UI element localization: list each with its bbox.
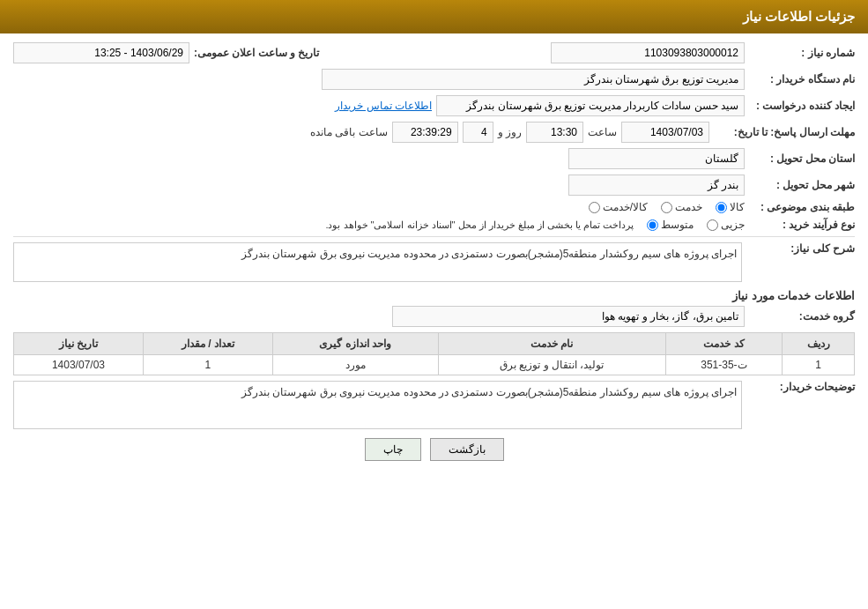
sharh-section: شرح کلی نیاز: اجرای پروژه های سیم روکشدا…	[13, 242, 855, 282]
tamas-khardar-link[interactable]: اطلاعات تماس خریدار	[335, 100, 432, 112]
mohlat-remaining-input[interactable]	[392, 122, 458, 143]
shomara-niaz-label: شماره نیاز :	[749, 47, 855, 59]
radio-khedmat-item: خدمت	[661, 201, 702, 213]
grooh-khedmat-input[interactable]	[392, 306, 745, 327]
table-body: 1ت-35-351تولید، انتقال و توزیع برقمورد11…	[14, 355, 855, 375]
radio-mottaset-item: متوسط	[647, 219, 694, 231]
ijad-konande-label: ایجاد کننده درخواست :	[749, 100, 855, 112]
nooe-farayand-row: نوع فرآیند خرید : جزیی متوسط پرداخت تمام…	[13, 219, 855, 231]
ijad-konande-input[interactable]	[436, 95, 745, 116]
col-kod: کد خدمت	[665, 333, 782, 355]
grooh-khedmat-label: گروه خدمت:	[749, 310, 855, 323]
sharh-value: اجرای پروژه های سیم روکشدار منطقه5(مشجر)…	[241, 248, 737, 260]
nooe-farayand-label: نوع فرآیند خرید :	[749, 219, 855, 231]
radio-kala-khedmat[interactable]	[589, 202, 600, 213]
back-button[interactable]: بازگشت	[430, 438, 504, 461]
page-title: جزئیات اطلاعات نیاز	[743, 9, 855, 24]
shahr-row: شهر محل تحویل :	[13, 175, 855, 196]
cell-name: تولید، انتقال و توزیع برق	[438, 355, 665, 375]
sharh-box: اجرای پروژه های سیم روکشدار منطقه5(مشجر)…	[13, 242, 742, 282]
mohlat-time-input[interactable]	[526, 122, 583, 143]
page-wrapper: جزئیات اطلاعات نیاز شماره نیاز : تاریخ و…	[0, 0, 868, 609]
tarikh-saat-input[interactable]	[13, 42, 189, 63]
divider-1	[13, 236, 855, 237]
print-button[interactable]: چاپ	[365, 438, 421, 461]
shomara-niaz-input[interactable]	[551, 42, 745, 63]
mohlat-ersal-row: مهلت ارسال پاسخ: تا تاریخ: ساعت روز و سا…	[13, 122, 855, 143]
name-dastgah-label: نام دستگاه خریدار :	[749, 73, 855, 85]
radio-mottaset[interactable]	[647, 219, 658, 231]
col-vahed: واحد اندازه گیری	[272, 333, 438, 355]
cell-vahed: مورد	[272, 355, 438, 375]
mohlat-ersal-label: مهلت ارسال پاسخ: تا تاریخ:	[714, 126, 855, 138]
mohlat-roz-input[interactable]	[463, 122, 493, 143]
tabaqe-label: طبقه بندی موضوعی :	[749, 201, 855, 213]
mohlat-roz-label: روز و	[498, 126, 522, 138]
buttons-row: بازگشت چاپ	[13, 438, 855, 461]
khadamat-section-header: اطلاعات خدمات مورد نیاز	[13, 289, 855, 302]
radio-khedmat[interactable]	[661, 202, 672, 213]
content-area: شماره نیاز : تاریخ و ساعت اعلان عمومی: ن…	[0, 33, 868, 479]
ostan-label: استان محل تحویل :	[749, 152, 855, 165]
radio-khedmat-label: خدمت	[675, 201, 702, 213]
mohlat-saat-label: ساعت باقی مانده	[310, 126, 388, 138]
grooh-khedmat-row: گروه خدمت:	[13, 306, 855, 327]
table-header-row: ردیف کد خدمت نام خدمت واحد اندازه گیری ت…	[14, 333, 855, 355]
col-name: نام خدمت	[438, 333, 665, 355]
shomara-niaz-row: شماره نیاز : تاریخ و ساعت اعلان عمومی:	[13, 42, 855, 63]
mohlat-date-input[interactable]	[621, 122, 709, 143]
ostan-input[interactable]	[568, 148, 745, 169]
cell-kod: ت-35-351	[665, 355, 782, 375]
col-radif: ردیف	[783, 333, 855, 355]
farayand-radio-group: جزیی متوسط	[647, 219, 745, 231]
cell-tedad: 1	[143, 355, 272, 375]
radio-mottaset-label: متوسط	[661, 219, 694, 231]
tosif-section: توضیحات خریدار: اجرای پروژه های سیم روکش…	[13, 381, 855, 429]
tosif-value: اجرای پروژه های سیم روکشدار منطقه5(مشجر)…	[241, 386, 737, 398]
name-dastgah-row: نام دستگاه خریدار :	[13, 69, 855, 90]
tosif-box: اجرای پروژه های سیم روکشدار منطقه5(مشجر)…	[13, 381, 742, 429]
radio-jozi-item: جزیی	[707, 219, 745, 231]
page-header: جزئیات اطلاعات نیاز	[0, 0, 868, 33]
tosif-label: توضیحات خریدار:	[749, 381, 855, 429]
tarikh-saat-label: تاریخ و ساعت اعلان عمومی:	[194, 47, 319, 59]
radio-kala[interactable]	[716, 202, 727, 213]
farayand-description: پرداخت تمام یا بخشی از مبلغ خریدار از مح…	[325, 219, 634, 231]
cell-tarikh: 1403/07/03	[14, 355, 144, 375]
table-row: 1ت-35-351تولید، انتقال و توزیع برقمورد11…	[14, 355, 855, 375]
tabaqe-radio-group: کالا خدمت کالا/خدمت	[589, 201, 745, 213]
ostan-row: استان محل تحویل :	[13, 148, 855, 169]
col-tarikh: تاریخ نیاز	[14, 333, 144, 355]
ijad-konande-row: ایجاد کننده درخواست : اطلاعات تماس خریدا…	[13, 95, 855, 116]
radio-kala-item: کالا	[716, 201, 745, 213]
radio-kala-label: کالا	[730, 201, 745, 213]
cell-radif: 1	[783, 355, 855, 375]
radio-kala-khedmat-label: کالا/خدمت	[603, 201, 648, 213]
radio-jozi-label: جزیی	[721, 219, 745, 231]
name-dastgah-input[interactable]	[322, 69, 745, 90]
mohlat-time-label: ساعت	[588, 126, 617, 138]
services-table: ردیف کد خدمت نام خدمت واحد اندازه گیری ت…	[13, 332, 855, 375]
shahr-label: شهر محل تحویل :	[749, 179, 855, 191]
tabaqe-row: طبقه بندی موضوعی : کالا خدمت کالا/خدمت	[13, 201, 855, 213]
radio-kala-khedmat-item: کالا/خدمت	[589, 201, 648, 213]
shahr-input[interactable]	[568, 175, 745, 196]
sharh-label: شرح کلی نیاز:	[749, 242, 855, 282]
col-tedad: تعداد / مقدار	[143, 333, 272, 355]
radio-jozi[interactable]	[707, 219, 718, 231]
